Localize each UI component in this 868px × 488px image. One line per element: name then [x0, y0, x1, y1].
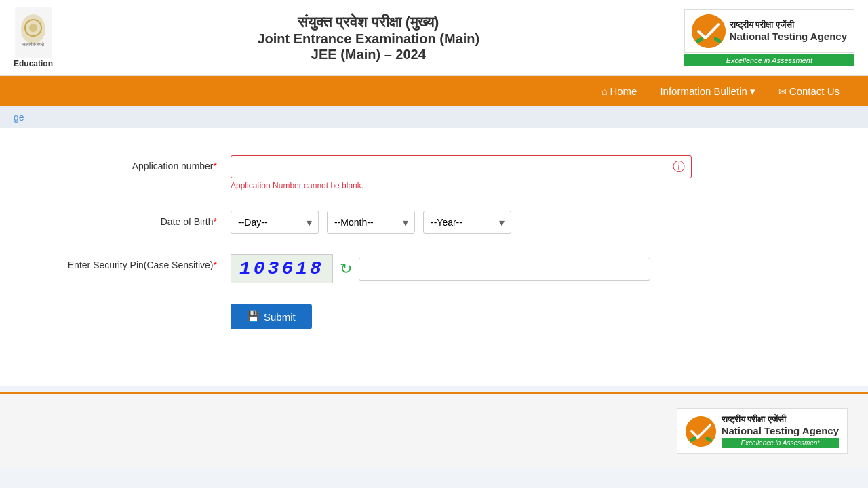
dob-group: Date of Birth* --Day-- --Day--1234567891…: [41, 211, 827, 234]
svg-point-7: [686, 416, 716, 447]
month-select[interactable]: --Month-- --Month--JanuaryFebruaryMarchA…: [327, 211, 415, 234]
nav-contact-label: Contact Us: [789, 85, 840, 97]
breadcrumb-text: ge: [14, 112, 24, 123]
captcha-display: 103618: [231, 254, 333, 283]
dob-wrapper: --Day-- --Day--1234567891011121314151617…: [231, 211, 692, 234]
footer-nta-text: राष्ट्रीय परीक्षा एजेंसी National Testin…: [722, 414, 839, 448]
home-icon: ⌂: [601, 86, 607, 97]
app-number-error: Application Number cannot be blank.: [231, 181, 692, 190]
year-select[interactable]: --Year-- --Year--20002001200220032004200…: [423, 211, 511, 234]
security-wrapper: 103618 ↻: [231, 254, 692, 283]
month-select-wrapper: --Month-- --Month--JanuaryFebruaryMarchA…: [327, 211, 415, 234]
error-icon: ⓘ: [673, 159, 685, 175]
required-marker: *: [214, 161, 217, 171]
security-pin-group: Enter Security Pin(Case Sensitive)* 1036…: [41, 254, 827, 283]
submit-button[interactable]: 💾 Submit: [231, 304, 312, 329]
app-number-wrapper: ⓘ Application Number cannot be blank.: [231, 155, 692, 190]
footer-nta-circle-icon: [686, 416, 716, 447]
nta-english-text: National Testing Agency: [730, 30, 847, 42]
title-english: Joint Entrance Examination (Main): [53, 31, 684, 47]
application-number-group: Application number* ⓘ Application Number…: [41, 155, 827, 190]
nav-bulletin-label: Information Bulletin: [660, 85, 747, 97]
security-pin-label: Enter Security Pin(Case Sensitive)*: [41, 254, 217, 270]
submit-icon: 💾: [247, 310, 260, 323]
submit-group: 💾 Submit: [41, 304, 827, 329]
svg-point-4: [692, 14, 726, 48]
application-number-input[interactable]: [231, 155, 692, 178]
nta-text-block: राष्ट्रीय परीक्षा एजेंसी National Testin…: [730, 20, 847, 42]
security-required-marker: *: [214, 260, 217, 270]
refresh-captcha-icon[interactable]: ↻: [340, 260, 352, 278]
day-select[interactable]: --Day-- --Day--1234567891011121314151617…: [231, 211, 319, 234]
footer-nta-hindi: राष्ट्रीय परीक्षा एजेंसी: [722, 414, 839, 425]
navbar: ⌂ Home Information Bulletin ▾ ✉ Contact …: [0, 76, 868, 106]
app-number-input-wrapper: ⓘ: [231, 155, 692, 178]
header-right: राष्ट्रीय परीक्षा एजेंसी National Testin…: [684, 9, 854, 66]
page-header: सत्यमेव जयते Education संयुक्त प्रवेश पर…: [0, 0, 868, 76]
header-center: संयुक्त प्रवेश परीक्षा (मुख्य) Joint Ent…: [53, 14, 684, 62]
nta-logo: राष्ट्रीय परीक्षा एजेंसी National Testin…: [684, 9, 854, 66]
nav-home-label: Home: [610, 85, 637, 97]
bulletin-dropdown-icon: ▾: [750, 85, 755, 98]
nav-home[interactable]: ⌂ Home: [593, 76, 645, 106]
svg-point-2: [29, 24, 37, 32]
header-left: सत्यमेव जयते Education: [14, 7, 53, 68]
nta-hindi-text: राष्ट्रीय परीक्षा एजेंसी: [730, 20, 794, 30]
title-year: JEE (Main) – 2024: [53, 47, 684, 62]
main-content: Application number* ⓘ Application Number…: [0, 128, 868, 386]
security-pin-input[interactable]: [359, 258, 650, 281]
emblem-icon: सत्यमेव जयते: [15, 7, 52, 58]
submit-label: Submit: [264, 311, 296, 323]
day-select-wrapper: --Day-- --Day--1234567891011121314151617…: [231, 211, 319, 234]
dob-required-marker: *: [214, 216, 217, 227]
dob-selects: --Day-- --Day--1234567891011121314151617…: [231, 211, 692, 234]
svg-text:सत्यमेव जयते: सत्यमेव जयते: [22, 41, 45, 47]
page-footer: राष्ट्रीय परीक्षा एजेंसी National Testin…: [0, 392, 868, 468]
dob-label: Date of Birth*: [41, 211, 217, 227]
footer-nta-english: National Testing Agency: [722, 425, 839, 436]
nav-bulletin[interactable]: Information Bulletin ▾: [652, 76, 763, 106]
year-select-wrapper: --Year-- --Year--20002001200220032004200…: [423, 211, 511, 234]
title-hindi: संयुक्त प्रवेश परीक्षा (मुख्य): [53, 14, 684, 31]
nta-logo-inner: राष्ट्रीय परीक्षा एजेंसी National Testin…: [684, 9, 854, 53]
footer-nta-logo: राष्ट्रीय परीक्षा एजेंसी National Testin…: [677, 408, 848, 454]
nta-circle-icon: [692, 14, 726, 48]
app-number-label: Application number*: [41, 155, 217, 171]
contact-icon: ✉: [778, 86, 787, 97]
breadcrumb: ge: [0, 106, 868, 128]
captcha-group: 103618 ↻: [231, 254, 692, 283]
nta-tagline: Excellence in Assessment: [684, 54, 854, 66]
footer-nta-tagline: Excellence in Assessment: [722, 438, 839, 448]
education-logo: सत्यमेव जयते Education: [14, 7, 53, 68]
education-label: Education: [14, 59, 53, 68]
nav-contact[interactable]: ✉ Contact Us: [770, 76, 848, 106]
